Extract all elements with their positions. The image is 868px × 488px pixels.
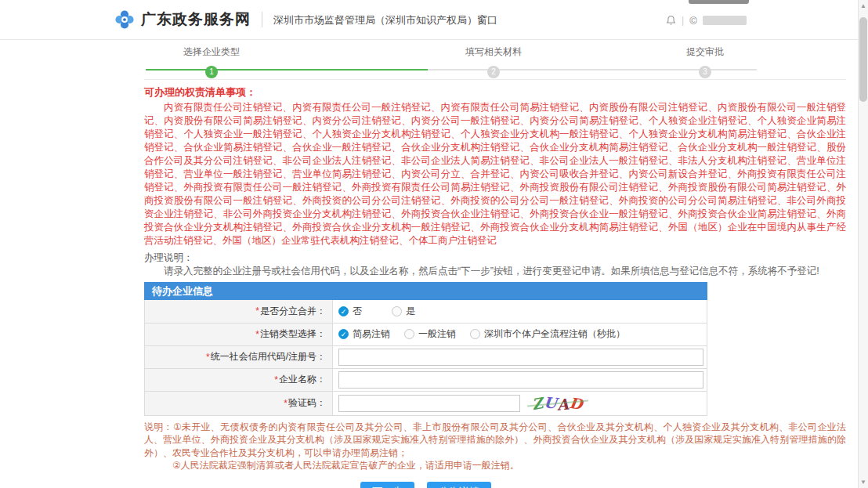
- note-2: ②人民法院裁定强制清算或者人民法院裁定宣告破产的企业，请适用申请一般注销。: [144, 459, 846, 472]
- main-content: 选择企业类型 1 填写相关材料 2 提交审批 3 可办理的权责清单事项： 内资有…: [144, 40, 846, 488]
- panel-title: 待办企业信息: [144, 282, 707, 300]
- radio-unchecked-icon: [392, 306, 402, 316]
- next-step-button[interactable]: 下一步: [360, 482, 414, 488]
- note-1: 说明：①未开业、无债权债务的内资有限责任公司及其分公司、非上市股份有限公司及其分…: [144, 421, 846, 460]
- process-heading: 办理说明：: [144, 251, 846, 265]
- credit-code-input[interactable]: [338, 349, 703, 366]
- required-mark: *: [284, 398, 288, 409]
- masked-phone-number: [703, 16, 747, 25]
- scrollbar-thumb[interactable]: [859, 17, 867, 102]
- announcement-detail-button[interactable]: 公告详情: [427, 482, 491, 488]
- step-3-dot: 3: [699, 66, 711, 78]
- required-mark: *: [255, 329, 259, 340]
- row-split-merge: * 是否分立合并： ✓ 否 是: [145, 300, 707, 323]
- brand-name: 广东政务服务网: [141, 9, 251, 30]
- step-fill-materials: 填写相关材料 2: [431, 45, 556, 78]
- radio-split-yes[interactable]: 是: [392, 305, 415, 318]
- captcha-input[interactable]: [338, 395, 520, 412]
- step-submit-approval: 提交审批 3: [642, 45, 768, 78]
- step-1-dot: 1: [205, 66, 218, 78]
- radio-unchecked-icon: [404, 329, 414, 339]
- radio-simple-dereg[interactable]: ✓ 简易注销: [338, 327, 390, 341]
- radio-checked-icon: ✓: [338, 329, 349, 339]
- captcha-image[interactable]: ZUAD: [530, 394, 586, 413]
- notice-heading: 可办理的权责清单事项：: [144, 85, 846, 99]
- action-bar: 下一步 公告详情: [144, 482, 707, 488]
- radio-checked-icon: ✓: [338, 306, 349, 316]
- required-mark: *: [206, 352, 210, 363]
- contact-icon[interactable]: ©: [689, 16, 697, 26]
- gov-flower-logo-icon: [114, 9, 135, 30]
- field-label: 注销类型选择：: [260, 327, 326, 341]
- enterprise-form: * 是否分立合并： ✓ 否 是 * 注销类型选择：: [144, 300, 707, 416]
- enterprise-name-input[interactable]: [338, 371, 703, 389]
- field-label: 是否分立合并：: [260, 305, 326, 318]
- field-label: 企业名称：: [279, 373, 326, 386]
- header-separator: |: [682, 15, 684, 26]
- step-2-dot: 2: [487, 66, 500, 78]
- scroll-down-icon[interactable]: ▼: [859, 479, 868, 486]
- required-mark: *: [255, 305, 259, 316]
- pending-enterprise-panel: 待办企业信息 * 是否分立合并： ✓ 否 是: [144, 282, 707, 416]
- row-enterprise-name: * 企业名称：: [145, 368, 707, 391]
- top-overlay-bar: [689, 0, 749, 4]
- radio-unchecked-icon: [470, 329, 480, 339]
- scrollbar[interactable]: ▲ ▼: [858, 0, 868, 488]
- row-deregistration-type: * 注销类型选择： ✓ 简易注销 一般注销 深圳市个体户全流程注销（秒批）: [145, 323, 707, 345]
- bell-icon[interactable]: [666, 15, 676, 26]
- radio-general-dereg[interactable]: 一般注销: [404, 327, 456, 341]
- step-select-enterprise-type: 选择企业类型 1: [149, 45, 274, 78]
- notice-items-text: 内资有限责任公司注销登记、内资有限责任公司一般注销登记、内资有限责任公司简易注销…: [144, 101, 846, 248]
- department-title: 深圳市市场监督管理局（深圳市知识产权局）窗口: [262, 12, 497, 27]
- scroll-up-icon[interactable]: ▲: [859, 2, 868, 9]
- step-indicator: 选择企业类型 1 填写相关材料 2 提交审批 3: [144, 40, 846, 80]
- radio-fullprocess-dereg[interactable]: 深圳市个体户全流程注销（秒批）: [470, 327, 625, 341]
- topbar: 广东政务服务网 深圳市市场监督管理局（深圳市知识产权局）窗口 | ©: [0, 0, 868, 40]
- process-text: 请录入完整的企业注册号或社会信用代码，以及企业名称，然后点击“下一步”按钮，进行…: [144, 265, 846, 278]
- row-captcha: * 验证码： ZUAD: [145, 391, 707, 415]
- field-label: 验证码：: [288, 396, 326, 410]
- required-mark: *: [274, 374, 278, 385]
- row-credit-code: * 统一社会信用代码/注册号：: [145, 345, 707, 368]
- radio-split-no[interactable]: ✓ 否: [338, 305, 362, 318]
- field-label: 统一社会信用代码/注册号：: [211, 350, 326, 363]
